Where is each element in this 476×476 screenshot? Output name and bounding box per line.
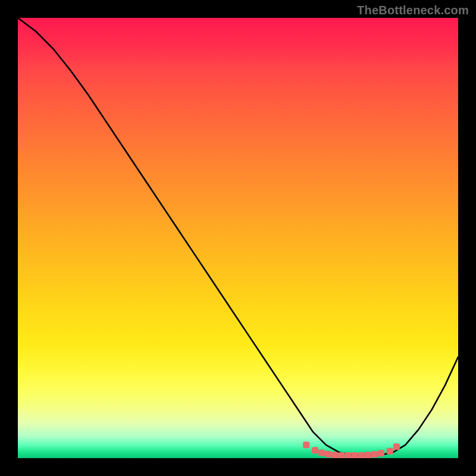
optimal-marker xyxy=(338,452,345,458)
optimal-marker xyxy=(378,450,384,456)
optimal-marker xyxy=(358,452,365,458)
watermark-text: TheBottleneck.com xyxy=(357,4,469,17)
optimal-marker xyxy=(331,452,338,458)
optimal-marker xyxy=(303,441,309,448)
chart-container: TheBottleneck.com xyxy=(0,0,476,476)
optimal-marker xyxy=(325,451,331,458)
optimal-marker xyxy=(387,448,393,455)
bottleneck-curve-path xyxy=(18,18,458,456)
plot-area xyxy=(18,18,458,458)
optimal-marker xyxy=(345,452,352,458)
optimal-marker xyxy=(393,443,400,450)
curve-svg xyxy=(18,18,458,458)
optimal-marker xyxy=(312,447,318,453)
optimal-marker xyxy=(365,452,371,458)
optimal-marker xyxy=(318,450,325,456)
optimal-marker xyxy=(371,451,378,458)
optimal-marker xyxy=(352,452,358,458)
